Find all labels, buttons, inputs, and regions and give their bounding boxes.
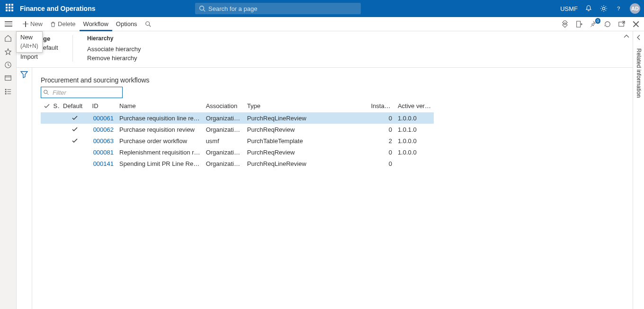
export-icon[interactable] — [575, 20, 583, 28]
close-button[interactable] — [632, 20, 640, 28]
svg-rect-11 — [5, 76, 11, 81]
svg-line-20 — [47, 93, 48, 95]
cell-s — [51, 135, 61, 146]
cell-default[interactable] — [60, 112, 89, 124]
cell-active-version: 1.0.1.0 — [395, 124, 434, 135]
new-button-label: New — [30, 20, 43, 27]
column-select[interactable] — [41, 100, 51, 112]
left-nav-rail — [0, 31, 17, 309]
table-row[interactable]: 000141Spending Limit PR Line ReviewOrgan… — [41, 158, 434, 169]
table-row[interactable]: 000061Purchase requisition line reviewOr… — [41, 112, 434, 124]
cell-id[interactable]: 000141 — [89, 158, 116, 169]
options-tab[interactable]: Options — [112, 18, 141, 31]
right-rail-label[interactable]: Related information — [635, 48, 642, 98]
search-icon — [145, 21, 152, 27]
table-row[interactable]: 000062Purchase requisition reviewOrganiz… — [41, 124, 434, 135]
cell-default[interactable] — [60, 124, 89, 135]
popout-button[interactable] — [617, 20, 626, 28]
cell-id[interactable]: 000062 — [89, 124, 116, 135]
tooltip-title: New — [20, 34, 38, 41]
top-right-cluster: USMF ? AD — [560, 3, 640, 14]
cell-default[interactable] — [60, 146, 89, 158]
row-selector[interactable] — [41, 135, 51, 146]
cell-name: Purchase requisition line review — [116, 112, 203, 124]
ribbon-import[interactable]: Import — [20, 53, 58, 60]
cell-active-version — [395, 158, 434, 169]
cell-type: PurchReqLineReview — [244, 112, 368, 124]
cell-type: PurchReqReview — [244, 124, 368, 135]
diamond-icon[interactable] — [561, 20, 569, 28]
delete-button[interactable]: Delete — [46, 18, 80, 31]
action-bar: New Delete Workflow Options 0 — [0, 17, 644, 31]
workspaces-icon[interactable] — [4, 74, 12, 82]
new-button[interactable]: New — [19, 18, 46, 31]
table-row[interactable]: 000063Purchase order workflowusmfPurchTa… — [41, 135, 434, 146]
column-type[interactable]: Type — [244, 100, 368, 112]
home-icon[interactable] — [4, 34, 12, 43]
delete-button-label: Delete — [58, 20, 76, 27]
cell-type: PurchReqLineReview — [244, 158, 368, 169]
refresh-button[interactable] — [603, 20, 612, 28]
row-selector[interactable] — [41, 158, 51, 169]
cell-id[interactable]: 000063 — [89, 135, 116, 146]
cell-name: Replenishment requisition rev... — [116, 146, 203, 158]
table-row[interactable]: 000081Replenishment requisition rev...Or… — [41, 146, 434, 158]
cell-s — [51, 158, 61, 169]
cell-id[interactable]: 000061 — [89, 112, 116, 124]
column-active-version[interactable]: Active version — [395, 100, 434, 112]
recent-icon[interactable] — [4, 61, 12, 69]
plus-icon — [23, 21, 28, 27]
body: ge Set as default Import Hierarchy Assoc… — [0, 31, 644, 309]
row-selector[interactable] — [41, 124, 51, 135]
column-s[interactable]: S... — [51, 100, 61, 112]
nav-toggle-icon[interactable] — [5, 19, 14, 29]
top-bar: Finance and Operations USMF ? AD — [0, 0, 644, 17]
help-icon[interactable]: ? — [615, 4, 623, 13]
check-icon — [44, 103, 50, 109]
expand-right-rail[interactable] — [635, 34, 642, 41]
svg-line-5 — [149, 25, 151, 27]
column-name[interactable]: Name — [116, 100, 203, 112]
check-icon — [72, 115, 78, 121]
column-instances[interactable]: Instances — [368, 100, 394, 112]
cell-name: Purchase requisition review — [116, 124, 203, 135]
user-avatar[interactable]: AD — [630, 3, 640, 14]
refresh-icon — [604, 20, 611, 28]
action-bar-right: 0 — [561, 20, 640, 28]
star-icon[interactable] — [4, 47, 12, 56]
cell-association: Organizatio... — [203, 124, 244, 135]
cell-id[interactable]: 000081 — [89, 146, 116, 158]
workflows-grid: S... Default ID Name Association Type In… — [41, 100, 434, 169]
modules-icon[interactable] — [4, 87, 12, 96]
right-rail: Related information — [633, 31, 644, 309]
cell-association: usmf — [203, 135, 244, 146]
cell-default[interactable] — [60, 135, 89, 146]
column-id[interactable]: ID — [89, 100, 116, 112]
ribbon-remove-hierarchy[interactable]: Remove hierarchy — [87, 55, 141, 62]
app-launcher-icon[interactable] — [6, 4, 15, 13]
gear-icon[interactable] — [599, 4, 608, 13]
cell-active-version: 1.0.0.0 — [395, 135, 434, 146]
cell-association: Organizatio... — [203, 146, 244, 158]
global-search-input[interactable] — [195, 3, 361, 14]
ribbon-associate-hierarchy[interactable]: Associate hierarchy — [87, 45, 141, 53]
row-selector[interactable] — [41, 112, 51, 124]
row-selector[interactable] — [41, 146, 51, 158]
bell-icon[interactable] — [584, 4, 593, 13]
cell-instances: 0 — [368, 112, 394, 124]
column-association[interactable]: Association — [203, 100, 244, 112]
grid-filter-input[interactable] — [41, 87, 123, 98]
cell-type: PurchTableTemplate — [244, 135, 368, 146]
ribbon-collapse-icon[interactable] — [623, 33, 630, 40]
company-picker[interactable]: USMF — [560, 5, 578, 12]
funnel-icon[interactable] — [20, 71, 28, 78]
workflow-tab[interactable]: Workflow — [80, 17, 112, 31]
chevron-left-icon — [635, 34, 642, 41]
cell-default[interactable] — [60, 158, 89, 169]
ribbon-hierarchy-group: Hierarchy Associate hierarchy Remove hie… — [87, 35, 141, 62]
svg-point-19 — [44, 90, 47, 93]
attachments-button[interactable]: 0 — [589, 20, 598, 28]
grid-header-row: S... Default ID Name Association Type In… — [41, 100, 434, 112]
column-default[interactable]: Default — [60, 100, 89, 112]
find-button[interactable] — [141, 18, 155, 31]
